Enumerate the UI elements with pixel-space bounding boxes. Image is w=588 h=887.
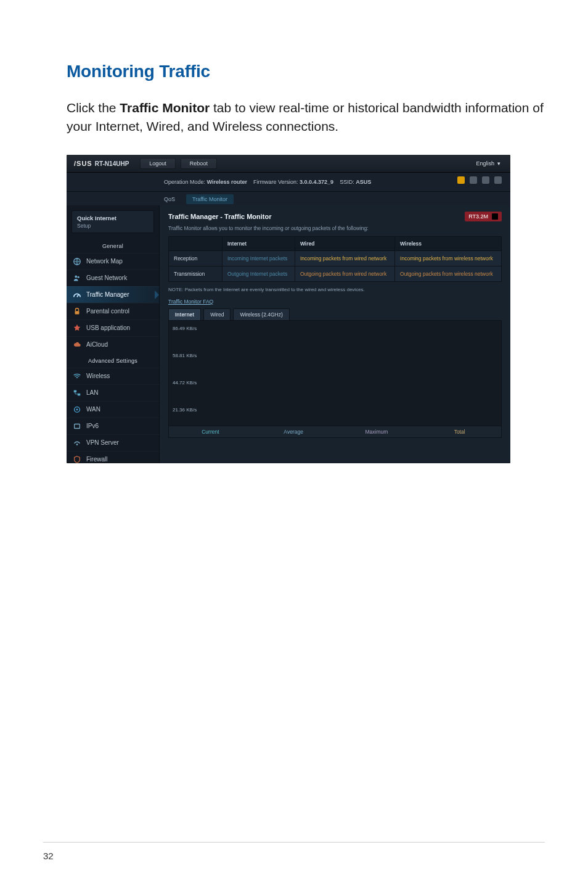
wifi-icon[interactable] (470, 176, 477, 184)
refresh-badge[interactable]: RT3.2M (465, 212, 502, 221)
page-footer-rule (43, 842, 545, 843)
signal-icon[interactable] (482, 176, 489, 184)
sidebar-item-label: USB application (86, 324, 130, 331)
status-infobar: Operation Mode: Wireless router Firmware… (67, 173, 510, 192)
sidebar-item-label: WAN (86, 406, 100, 413)
globe-icon (73, 257, 81, 266)
footer-maximum: Maximum (335, 426, 419, 437)
sidebar-item-label: Parental control (86, 308, 129, 315)
lock-icon (73, 307, 81, 316)
footer-total: Total (418, 426, 501, 437)
sidebar-advanced-header: Advanced Settings (67, 353, 159, 368)
sidebar-item-traffic-manager[interactable]: Traffic Manager (67, 286, 159, 303)
chart-footer: Current Average Maximum Total (168, 426, 502, 438)
sidebar-general-header: General (67, 238, 159, 253)
traffic-monitor-tab[interactable]: Traffic Monitor (186, 194, 234, 204)
cell-link[interactable]: Outgoing Internet packets (223, 266, 295, 281)
sidebar: Quick Internet Setup General Network Map… (67, 205, 160, 463)
traffic-source-table: Internet Wired Wireless Reception Incomi… (168, 236, 502, 282)
router-admin-screenshot: /SUS RT-N14UHP Logout Reboot English ▾ O… (67, 155, 510, 463)
ytick: 58.81 KB/s (173, 353, 197, 358)
window-topbar: /SUS RT-N14UHP Logout Reboot English ▾ (67, 155, 510, 173)
sidebar-item-label: Network Map (86, 258, 123, 265)
sidebar-item-label: Firewall (86, 456, 107, 463)
traffic-chart: 86.49 KB/s 58.81 KB/s 44.72 KB/s 21.36 K… (168, 320, 502, 426)
op-mode: Operation Mode: Wireless router (164, 179, 247, 185)
row-head-reception: Reception (169, 250, 223, 266)
brand-model: RT-N14UHP (95, 160, 129, 167)
sidebar-item-network-map[interactable]: Network Map (67, 253, 159, 270)
faq-link[interactable]: Traffic Monitor FAQ (168, 299, 213, 305)
th-blank (169, 236, 223, 250)
language-selector[interactable]: English ▾ (476, 160, 510, 167)
panel-note: NOTE: Packets from the Internet are even… (168, 287, 502, 292)
sidebar-item-label: VPN Server (86, 439, 119, 446)
op-mode-value: Wireless router (207, 179, 247, 185)
cell-link[interactable]: Outgoing packets from wired network (295, 266, 394, 281)
page-number: 32 (43, 851, 54, 861)
cell-link[interactable]: Incoming packets from wired network (295, 250, 394, 266)
lead-bold: Traffic Monitor (120, 101, 210, 115)
table-row: Reception Incoming Internet packets Inco… (169, 250, 502, 266)
svg-rect-5 (74, 390, 76, 393)
sidebar-item-usb-application[interactable]: USB application (67, 320, 159, 336)
wan-icon (73, 405, 81, 414)
cell-link[interactable]: Outgoing packets from wireless network (395, 266, 502, 281)
panel-subtitle: Traffic Monitor allows you to monitor th… (168, 225, 502, 231)
chart-tab-wireless[interactable]: Wireless (2.4GHz) (233, 308, 289, 320)
svg-point-1 (75, 275, 77, 278)
users-icon (73, 274, 81, 283)
sidebar-item-parental-control[interactable]: Parental control (67, 303, 159, 320)
svg-point-2 (78, 276, 80, 278)
sidebar-item-wan[interactable]: WAN (67, 401, 159, 418)
wifi-nav-icon (73, 372, 81, 381)
qis-line1: Quick Internet (77, 215, 149, 221)
sidebar-item-aicloud[interactable]: AiCloud (67, 336, 159, 353)
sidebar-item-label: Traffic Manager (86, 291, 129, 298)
cell-link[interactable]: Incoming packets from wireless network (395, 250, 502, 266)
logout-button[interactable]: Logout (140, 158, 176, 169)
star-icon (73, 324, 81, 332)
sidebar-item-ipv6[interactable]: IPv6 (67, 418, 159, 434)
brand-text: /SUS (74, 160, 92, 167)
sidebar-item-label: AiCloud (86, 341, 108, 348)
section-heading: Monitoring Traffic (67, 62, 545, 81)
qos-tab[interactable]: QoS (164, 194, 181, 204)
chart-tab-internet[interactable]: Internet (168, 308, 201, 320)
svg-line-3 (77, 294, 79, 297)
fw-value: 3.0.0.4.372_9 (300, 179, 333, 185)
lan-icon (73, 389, 81, 397)
sidebar-item-label: IPv6 (86, 423, 99, 429)
cloud-icon (73, 340, 81, 349)
svg-rect-4 (75, 311, 80, 314)
panel-title: Traffic Manager - Traffic Monitor (168, 213, 271, 220)
shield-icon (73, 455, 81, 463)
sidebar-item-label: Guest Network (86, 274, 127, 281)
sidebar-item-firewall[interactable]: Firewall (67, 451, 159, 463)
client-icon[interactable] (494, 176, 502, 184)
usb-icon[interactable] (457, 176, 465, 184)
reboot-button[interactable]: Reboot (181, 158, 217, 169)
fw-label: Firmware Version: (253, 179, 298, 185)
ipv6-icon (73, 422, 81, 431)
quick-internet-setup[interactable]: Quick Internet Setup (71, 210, 154, 233)
sidebar-item-guest-network[interactable]: Guest Network (67, 270, 159, 286)
sidebar-item-lan[interactable]: LAN (67, 384, 159, 401)
dropdown-square-icon (492, 213, 498, 220)
sidebar-item-label: Wireless (86, 373, 110, 379)
svg-point-10 (76, 444, 78, 445)
sidebar-item-vpn-server[interactable]: VPN Server (67, 434, 159, 451)
ytick: 44.72 KB/s (173, 380, 197, 386)
sidebar-item-wireless[interactable]: Wireless (67, 368, 159, 384)
svg-point-8 (76, 408, 78, 410)
table-row: Transmission Outgoing Internet packets O… (169, 266, 502, 281)
chart-tabs: Internet Wired Wireless (2.4GHz) (168, 308, 502, 320)
cell-link[interactable]: Incoming Internet packets (223, 250, 295, 266)
th-wireless: Wireless (395, 236, 502, 250)
vpn-icon (73, 439, 81, 447)
language-label: English (476, 160, 494, 167)
refresh-label: RT3.2M (468, 213, 488, 220)
footer-average: Average (252, 426, 335, 437)
chart-tab-wired[interactable]: Wired (203, 308, 231, 320)
status-icons (457, 176, 502, 184)
